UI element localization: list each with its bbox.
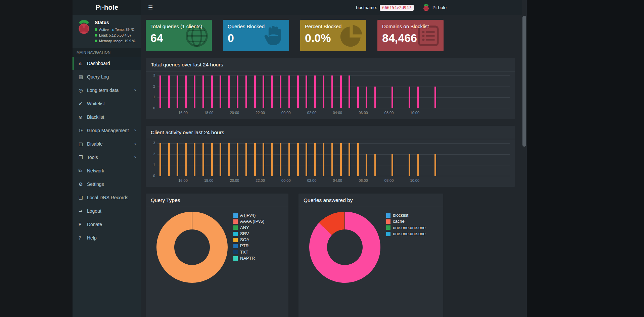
bar[interactable]	[254, 75, 256, 108]
bar[interactable]	[237, 75, 238, 108]
legend-item[interactable]: PTR	[233, 244, 264, 248]
client-activity-chart[interactable]: 0123 16:0018:0020:0022:0000:0002:0004:00…	[151, 143, 510, 183]
sidebar-item-disable[interactable]: ▢Disable∨	[73, 137, 141, 151]
bar[interactable]	[297, 75, 299, 108]
client-activity-panel: Client activity over last 24 hours 0123 …	[146, 126, 515, 187]
bar[interactable]	[331, 143, 333, 176]
bar[interactable]	[254, 143, 256, 176]
bar[interactable]	[194, 75, 195, 108]
bar[interactable]	[168, 75, 170, 108]
sidebar-item-query-log[interactable]: ▤Query Log	[73, 70, 141, 84]
sidebar-item-help[interactable]: ?Help	[73, 231, 141, 245]
x-tick-label: 06:00	[359, 111, 368, 115]
bar[interactable]	[297, 143, 299, 176]
bar[interactable]	[271, 143, 273, 176]
legend-item[interactable]: TXT	[233, 250, 264, 255]
bar[interactable]	[314, 75, 316, 108]
bar[interactable]	[245, 143, 247, 176]
y-tick-label: 2	[153, 152, 155, 156]
bar[interactable]	[202, 75, 204, 108]
bar[interactable]	[271, 75, 273, 108]
bar[interactable]	[417, 87, 419, 108]
query-types-donut[interactable]	[156, 212, 228, 283]
legend-item[interactable]: one.one.one.one	[386, 225, 426, 230]
bar[interactable]	[306, 75, 307, 108]
bar[interactable]	[288, 75, 290, 108]
bar[interactable]	[323, 75, 324, 108]
legend-item[interactable]: ANY	[233, 225, 264, 230]
bar[interactable]	[306, 143, 307, 176]
sidebar-item-blacklist[interactable]: ⊘Blacklist	[73, 110, 141, 124]
bar[interactable]	[392, 87, 393, 108]
bar[interactable]	[392, 154, 393, 176]
hamburger-icon[interactable]: ☰	[148, 4, 153, 11]
bar[interactable]	[185, 143, 187, 176]
sidebar-item-dashboard[interactable]: ⌂Dashboard	[73, 57, 141, 70]
bar[interactable]	[280, 143, 281, 176]
scrollbar-track[interactable]	[522, 0, 527, 317]
bar[interactable]	[349, 75, 350, 108]
queries-answered-by-donut[interactable]	[309, 212, 380, 283]
bar[interactable]	[331, 75, 333, 108]
bar[interactable]	[220, 75, 221, 108]
bar[interactable]	[263, 143, 264, 176]
bar[interactable]	[409, 154, 410, 176]
bar[interactable]	[228, 75, 230, 108]
legend-item[interactable]: one.one.one.one	[386, 231, 426, 236]
sidebar-item-logout[interactable]: ➦Logout	[73, 204, 141, 218]
bar[interactable]	[340, 75, 342, 108]
sidebar-item-group-management[interactable]: ⚇Group Management∨	[73, 124, 141, 137]
bar[interactable]	[417, 154, 419, 176]
bar[interactable]	[245, 75, 247, 108]
bar[interactable]	[177, 75, 178, 108]
bar[interactable]	[202, 143, 204, 176]
bar[interactable]	[374, 87, 376, 108]
bar[interactable]	[177, 143, 178, 176]
bar[interactable]	[211, 143, 213, 176]
bar[interactable]	[185, 75, 187, 108]
bar[interactable]	[159, 75, 161, 108]
total-queries-chart[interactable]: 0123 16:0018:0020:0022:0000:0002:0004:00…	[151, 75, 510, 116]
sidebar-item-tools[interactable]: ❒Tools∨	[73, 151, 141, 164]
sidebar-item-network[interactable]: ⧉Network	[73, 164, 141, 177]
sidebar-item-long-term-data[interactable]: ◷Long term data∨	[73, 84, 141, 97]
bar[interactable]	[323, 143, 324, 176]
legend-item[interactable]: A (IPv4)	[233, 213, 264, 218]
bar[interactable]	[374, 154, 376, 176]
bar[interactable]	[349, 143, 350, 176]
bar[interactable]	[237, 143, 238, 176]
bar[interactable]	[211, 75, 213, 108]
bar[interactable]	[357, 143, 359, 176]
legend-item[interactable]: SOA	[233, 237, 264, 242]
bar[interactable]	[220, 143, 221, 176]
bar[interactable]	[366, 87, 367, 108]
legend-item[interactable]: SRV	[233, 231, 264, 236]
bar[interactable]	[357, 87, 359, 108]
bar[interactable]	[263, 75, 264, 108]
sidebar-item-whitelist[interactable]: ✔Whitelist	[73, 97, 141, 110]
bar[interactable]	[288, 143, 290, 176]
x-tick-label: 00:00	[281, 111, 291, 115]
bar[interactable]	[168, 143, 170, 176]
bar[interactable]	[280, 75, 281, 108]
bar[interactable]	[159, 143, 161, 176]
sidebar-item-local-dns-records[interactable]: ❏Local DNS Records	[73, 191, 141, 204]
bar[interactable]	[434, 154, 436, 176]
legend-item[interactable]: cache	[386, 219, 426, 224]
legend-label: one.one.one.one	[393, 231, 426, 236]
bar[interactable]	[314, 143, 316, 176]
bar[interactable]	[340, 143, 342, 176]
bar[interactable]	[366, 154, 367, 176]
bar[interactable]	[228, 143, 230, 176]
bar[interactable]	[434, 87, 436, 108]
legend-item[interactable]: blocklist	[386, 213, 426, 218]
sidebar-item-settings[interactable]: ⚙Settings	[73, 177, 141, 191]
legend-item[interactable]: AAAA (IPv6)	[233, 219, 264, 224]
bar[interactable]	[409, 87, 410, 108]
brand-link[interactable]: Pi-hole	[422, 4, 447, 12]
scrollbar-thumb[interactable]	[522, 16, 526, 147]
bar[interactable]	[194, 143, 195, 176]
sidebar-item-donate[interactable]: ₱Donate	[73, 218, 141, 231]
app-logo[interactable]: Pi-hole	[73, 0, 141, 15]
legend-item[interactable]: NAPTR	[233, 256, 264, 261]
